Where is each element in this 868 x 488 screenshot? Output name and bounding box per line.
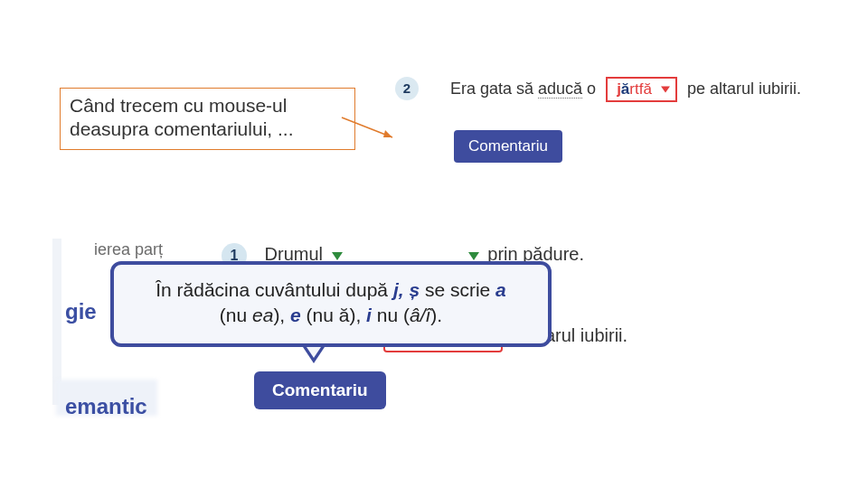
cropped-text-topleft: ierea parț bbox=[94, 240, 163, 259]
question-number-2-label: 2 bbox=[403, 80, 410, 96]
tooltip-tail-inner-icon bbox=[307, 347, 321, 358]
chevron-down-icon bbox=[661, 87, 670, 93]
answer-letter-a: ă bbox=[621, 80, 629, 98]
q2-dotted-word: aducă bbox=[538, 80, 582, 99]
tooltip-l2-c: (nu ă), bbox=[301, 305, 366, 325]
callout-box: Când trecem cu mouse-ul deasupra comenta… bbox=[60, 88, 355, 150]
cropped-text-emantic: emantic bbox=[65, 394, 147, 419]
tooltip-l2-b: ), bbox=[273, 305, 290, 325]
tooltip-l1-a: În rădăcina cuvântului după bbox=[156, 279, 393, 300]
tooltip-l2-e2: ). bbox=[430, 305, 442, 325]
tooltip-l1-a2: a bbox=[495, 279, 506, 300]
comment-button-label: Comentariu bbox=[468, 137, 548, 155]
tooltip-comment: În rădăcina cuvântului după j, ș se scri… bbox=[110, 261, 552, 347]
tooltip-l2-d: nu ( bbox=[372, 305, 410, 325]
svg-marker-1 bbox=[383, 130, 392, 137]
q2-sentence: Era gata să aducă o jărtfă pe altarul iu… bbox=[450, 76, 801, 102]
comment-button-label: Comentariu bbox=[272, 380, 368, 399]
tooltip-l2-ea: ea bbox=[252, 305, 273, 325]
q2-text-before: Era gata să bbox=[450, 80, 538, 98]
q2-text-mid: o bbox=[582, 80, 600, 98]
chevron-down-green-icon bbox=[332, 252, 343, 260]
cropped-text-gie: gie bbox=[65, 299, 97, 324]
tooltip-l2-e: e bbox=[290, 305, 301, 325]
tooltip-l2-a: (nu bbox=[220, 305, 252, 325]
tooltip-line1: În rădăcina cuvântului după j, ș se scri… bbox=[130, 277, 532, 303]
callout-arrow-icon bbox=[340, 110, 403, 146]
answer-dropdown[interactable]: jărtfă bbox=[606, 77, 677, 102]
comment-button-bottom[interactable]: Comentariu bbox=[254, 371, 386, 409]
q2-text-after: pe altarul iubirii. bbox=[683, 80, 801, 98]
tooltip-l2-ai: â/î bbox=[410, 305, 430, 325]
tooltip-l1-js: j, ș bbox=[393, 279, 420, 300]
tooltip-l1-b: se scrie bbox=[420, 279, 495, 300]
chevron-down-green-icon bbox=[468, 252, 479, 260]
answer-rest: rtfă bbox=[629, 80, 652, 98]
comment-button-top[interactable]: Comentariu bbox=[454, 130, 562, 163]
question-number-2: 2 bbox=[395, 77, 419, 100]
tooltip-line2: (nu ea), e (nu ă), i nu (â/î). bbox=[130, 303, 532, 328]
callout-text: Când trecem cu mouse-ul deasupra comenta… bbox=[70, 95, 293, 139]
